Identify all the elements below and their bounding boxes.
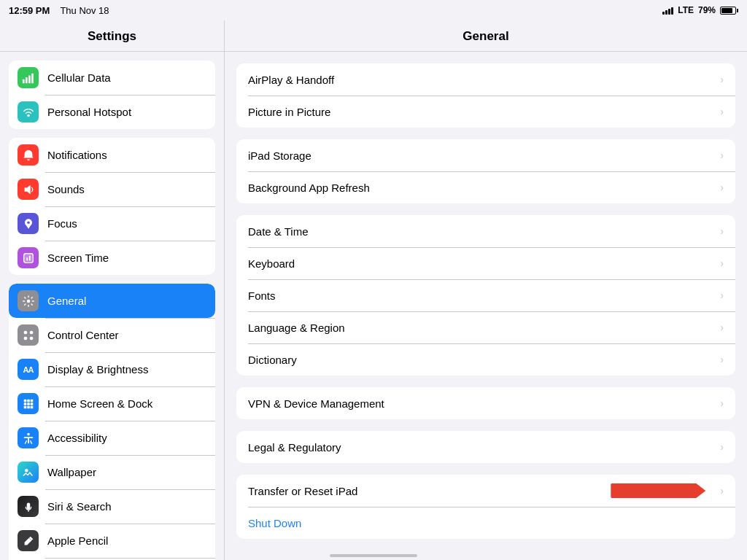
- screentime-label: Screen Time: [47, 252, 109, 264]
- svg-rect-21: [30, 402, 33, 405]
- settings-row-dictionary[interactable]: Dictionary ›: [236, 343, 735, 376]
- sidebar-item-general[interactable]: General: [9, 284, 215, 318]
- svg-rect-12: [23, 330, 27, 334]
- settings-row-transfer[interactable]: Transfer or Reset iPad ›: [236, 475, 735, 507]
- settings-row-vpn[interactable]: VPN & Device Management ›: [236, 387, 735, 419]
- battery-percent: 79%: [698, 5, 716, 15]
- focus-icon: [18, 213, 39, 234]
- datetime-chevron: ›: [720, 225, 724, 237]
- signal-bar-1: [662, 12, 665, 15]
- sidebar-item-cellular[interactable]: Cellular Data: [9, 61, 215, 95]
- transfer-label: Transfer or Reset iPad: [248, 485, 611, 497]
- hotspot-label: Personal Hotspot: [47, 106, 131, 118]
- sidebar-item-homescreen[interactable]: Home Screen & Dock: [9, 386, 215, 421]
- accessibility-label: Accessibility: [47, 432, 107, 444]
- sidebar-item-controlcenter[interactable]: Control Center: [9, 318, 215, 352]
- settings-group-input: Date & Time › Keyboard › Fonts › Languag…: [236, 215, 735, 376]
- bgrefresh-chevron: ›: [720, 182, 724, 193]
- signal-bars-icon: [662, 6, 673, 15]
- status-bar: 12:59 PM Thu Nov 18 LTE 79%: [0, 0, 747, 20]
- settings-row-language[interactable]: Language & Region ›: [236, 311, 735, 343]
- transfer-chevron: ›: [720, 485, 724, 497]
- main-scroll[interactable]: AirPlay & Handoff › Picture in Picture ›…: [225, 52, 747, 560]
- wallpaper-icon: [18, 462, 39, 483]
- svg-rect-2: [28, 75, 31, 83]
- sidebar-group-system: General Control Center AA Display & Brig…: [9, 284, 215, 560]
- sidebar-content[interactable]: Cellular Data Personal Hotspot Notificat…: [0, 52, 224, 560]
- sidebar-item-wallpaper[interactable]: Wallpaper: [9, 455, 215, 489]
- svg-rect-20: [27, 402, 30, 405]
- home-indicator: [330, 554, 417, 557]
- pip-chevron: ›: [720, 106, 724, 117]
- keyboard-chevron: ›: [720, 257, 724, 269]
- display-icon: AA: [18, 359, 39, 380]
- general-label: General: [47, 295, 86, 307]
- app-container: Settings Cellular Data Personal Hotspot: [0, 20, 747, 560]
- settings-row-bgrefresh[interactable]: Background App Refresh ›: [236, 171, 735, 203]
- vpn-label: VPN & Device Management: [248, 397, 714, 410]
- settings-group-reset: Transfer or Reset iPad › Shut Down: [236, 475, 735, 539]
- settings-row-pip[interactable]: Picture in Picture ›: [236, 96, 735, 128]
- language-label: Language & Region: [248, 322, 714, 334]
- settings-group-legal: Legal & Regulatory ›: [236, 431, 735, 463]
- status-date: Thu Nov 18: [60, 5, 109, 16]
- svg-marker-5: [24, 184, 30, 194]
- general-icon: [18, 290, 39, 311]
- settings-row-legal[interactable]: Legal & Regulatory ›: [236, 431, 735, 463]
- svg-rect-14: [23, 336, 27, 340]
- svg-rect-0: [22, 79, 24, 82]
- sidebar-item-hotspot[interactable]: Personal Hotspot: [9, 95, 215, 129]
- red-arrow-body: [611, 483, 705, 498]
- signal-bar-2: [665, 10, 667, 15]
- fonts-chevron: ›: [720, 289, 724, 301]
- shutdown-label[interactable]: Shut Down: [248, 517, 301, 529]
- battery-tip: [737, 9, 738, 12]
- controlcenter-label: Control Center: [47, 329, 119, 341]
- siri-icon: [18, 496, 39, 517]
- red-arrow-indicator: [611, 483, 705, 498]
- settings-row-fonts[interactable]: Fonts ›: [236, 279, 735, 311]
- lte-label: LTE: [678, 5, 694, 15]
- storage-chevron: ›: [720, 149, 724, 161]
- cellular-icon: [18, 67, 39, 88]
- sidebar-item-focus[interactable]: Focus: [9, 206, 215, 241]
- settings-row-storage[interactable]: iPad Storage ›: [236, 139, 735, 171]
- display-label: Display & Brightness: [47, 363, 148, 376]
- settings-row-datetime[interactable]: Date & Time ›: [236, 215, 735, 247]
- signal-bar-4: [671, 7, 673, 15]
- svg-point-6: [27, 221, 30, 224]
- focus-label: Focus: [47, 217, 77, 230]
- main-title: General: [225, 20, 747, 52]
- notifications-label: Notifications: [47, 149, 107, 161]
- sidebar-item-siri[interactable]: Siri & Search: [9, 489, 215, 524]
- status-right: LTE 79%: [662, 5, 738, 15]
- accessibility-icon: [18, 427, 39, 448]
- svg-point-26: [25, 469, 28, 472]
- airplay-chevron: ›: [720, 74, 724, 85]
- bgrefresh-label: Background App Refresh: [248, 182, 714, 194]
- sidebar-item-notifications[interactable]: Notifications: [9, 138, 215, 172]
- transfer-action: ›: [611, 483, 724, 498]
- applepencil-label: Apple Pencil: [47, 534, 108, 547]
- homescreen-icon: [18, 393, 39, 414]
- sidebar-item-accessibility[interactable]: Accessibility: [9, 421, 215, 455]
- pip-label: Picture in Picture: [248, 106, 714, 118]
- dictionary-label: Dictionary: [248, 354, 714, 366]
- battery-body: [720, 7, 736, 15]
- svg-rect-3: [31, 73, 34, 83]
- settings-row-keyboard[interactable]: Keyboard ›: [236, 247, 735, 279]
- sidebar-item-display[interactable]: AA Display & Brightness: [9, 352, 215, 386]
- settings-row-airplay[interactable]: AirPlay & Handoff ›: [236, 63, 735, 96]
- keyboard-label: Keyboard: [248, 257, 714, 270]
- screentime-icon: [18, 247, 39, 268]
- settings-row-shutdown[interactable]: Shut Down: [236, 507, 735, 539]
- sidebar-group-notifications: Notifications Sounds Focus: [9, 138, 215, 275]
- sidebar-item-sounds[interactable]: Sounds: [9, 172, 215, 206]
- vpn-chevron: ›: [720, 397, 724, 409]
- controlcenter-icon: [18, 324, 39, 346]
- fonts-label: Fonts: [248, 289, 714, 302]
- sidebar-item-applepencil[interactable]: Apple Pencil: [9, 524, 215, 558]
- legal-label: Legal & Regulatory: [248, 441, 714, 454]
- sidebar-item-screentime[interactable]: Screen Time: [9, 241, 215, 275]
- svg-rect-15: [29, 336, 33, 340]
